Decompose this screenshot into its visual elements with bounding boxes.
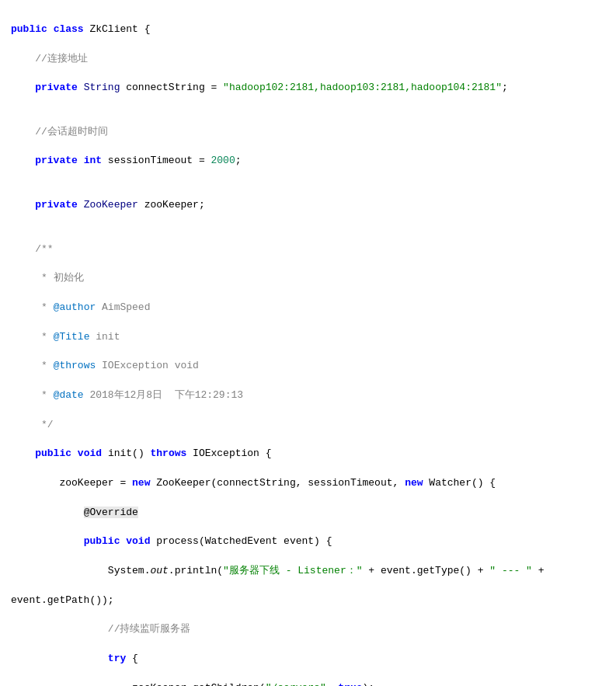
line-2: //连接地址 [11, 52, 605, 67]
line-23: //持续监听服务器 [11, 622, 605, 637]
line-12: * @author AimSpeed [11, 301, 605, 315]
line-21: System.out.println("服务器下线 - Listener：" +… [11, 564, 605, 579]
code-editor: public class ZkClient { //连接地址 private S… [0, 0, 616, 686]
line-6: private int sessionTimeout = 2000; [11, 154, 605, 169]
line-8: private ZooKeeper zooKeeper; [11, 198, 605, 213]
line-19: @Override [11, 506, 605, 521]
line-1: public class ZkClient { [11, 23, 605, 37]
line-16: */ [11, 418, 605, 433]
line-25: zooKeeper.getChildren("/servers", true); [11, 681, 605, 686]
line-22: event.getPath()); [11, 594, 605, 608]
line-20: public void process(WatchedEvent event) … [11, 535, 605, 549]
line-24: try { [11, 652, 605, 667]
line-13: * @Title init [11, 330, 605, 345]
line-3: private String connectString = "hadoop10… [11, 81, 605, 96]
line-17: public void init() throws IOException { [11, 447, 605, 461]
line-15: * @date 2018年12月8日 下午12:29:13 [11, 388, 605, 403]
line-14: * @throws IOException void [11, 359, 605, 374]
line-18: zooKeeper = new ZooKeeper(connectString,… [11, 476, 605, 491]
line-11: * 初始化 [11, 271, 605, 286]
line-5: //会话超时时间 [11, 125, 605, 140]
line-10: /** [11, 242, 605, 257]
